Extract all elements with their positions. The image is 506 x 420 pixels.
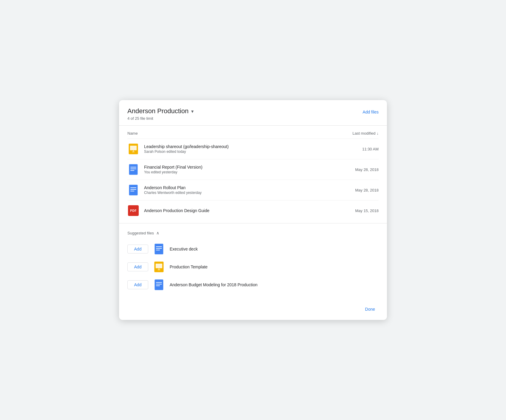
dialog-footer: Done	[119, 301, 387, 320]
file-icon-pdf: PDF	[127, 205, 139, 217]
svg-rect-21	[156, 282, 162, 283]
modified-label: Last modified	[352, 131, 375, 136]
svg-rect-23	[156, 285, 160, 286]
section-divider	[119, 223, 387, 223]
svg-rect-17	[156, 264, 162, 268]
svg-rect-22	[156, 284, 162, 284]
file-list-section: Name Last modified ↓ Leadership shareout…	[119, 126, 387, 221]
add-button[interactable]: Add	[127, 262, 148, 271]
svg-rect-14	[156, 248, 162, 249]
svg-rect-2	[132, 152, 135, 152]
modified-column-header: Last modified ↓	[352, 131, 379, 136]
suggested-file-name: Executive deck	[170, 247, 198, 251]
done-button[interactable]: Done	[362, 304, 379, 314]
file-meta: You edited yesterday	[144, 170, 340, 174]
file-item[interactable]: Leadership shareout (go/leadership-share…	[127, 139, 379, 159]
suggested-section: Suggested files ∧ Add Executive deck Add	[119, 226, 387, 301]
dialog-title: Anderson Production ▼	[127, 107, 194, 115]
file-icon-docs	[127, 184, 139, 196]
suggested-item: Add Production Template	[127, 258, 379, 276]
svg-rect-11	[130, 191, 134, 191]
file-modified: May 28, 2018	[340, 167, 379, 172]
file-icon-docs	[153, 243, 165, 255]
column-headers: Name Last modified ↓	[127, 126, 379, 139]
file-limit-subtitle: 4 of 25 file limit	[127, 116, 194, 121]
file-modified: May 15, 2018	[340, 209, 379, 213]
svg-rect-6	[130, 169, 136, 169]
file-name: Financial Report (Final Version)	[144, 165, 340, 169]
svg-rect-13	[156, 246, 162, 247]
suggested-file-name: Production Template	[170, 265, 207, 269]
file-item[interactable]: Anderson Rollout Plan Charles Wentworth …	[127, 180, 379, 200]
file-meta: Sarah Polson edited today	[144, 150, 340, 154]
pdf-icon: PDF	[128, 205, 139, 216]
name-column-header: Name	[127, 131, 138, 136]
svg-rect-8	[129, 185, 138, 195]
svg-rect-9	[130, 187, 136, 188]
svg-rect-20	[155, 279, 163, 290]
file-item[interactable]: Financial Report (Final Version) You edi…	[127, 159, 379, 180]
file-info: Leadership shareout (go/leadership-share…	[144, 144, 340, 154]
file-name: Leadership shareout (go/leadership-share…	[144, 144, 340, 149]
svg-rect-19	[159, 268, 159, 269]
suggested-file-name: Anderson Budget Modeling for 2018 Produc…	[170, 282, 257, 287]
title-text: Anderson Production	[127, 107, 188, 115]
sort-arrow-icon[interactable]: ↓	[377, 131, 379, 136]
file-info: Anderson Production Design Guide	[144, 208, 340, 213]
add-button[interactable]: Add	[127, 245, 148, 253]
dropdown-arrow-icon[interactable]: ▼	[190, 109, 194, 114]
file-modified: 11:30 AM	[340, 147, 379, 151]
svg-rect-5	[130, 167, 136, 167]
svg-rect-18	[158, 270, 160, 270]
file-icon-docs	[153, 279, 165, 291]
file-icon-slides	[153, 261, 165, 273]
svg-rect-7	[130, 170, 134, 171]
file-icon-slides	[127, 143, 139, 155]
add-button[interactable]: Add	[127, 280, 148, 289]
file-icon-docs	[127, 164, 139, 175]
file-info: Financial Report (Final Version) You edi…	[144, 165, 340, 174]
file-info: Anderson Rollout Plan Charles Wentworth …	[144, 185, 340, 195]
file-meta: Charles Wentworth edited yesterday	[144, 191, 340, 195]
dialog-header: Anderson Production ▼ 4 of 25 file limit…	[119, 100, 387, 126]
svg-rect-1	[130, 146, 137, 150]
collapse-icon[interactable]: ∧	[156, 231, 159, 235]
svg-rect-3	[133, 150, 134, 151]
suggested-title: Suggested files	[127, 231, 154, 235]
file-modified: May 28, 2018	[340, 188, 379, 192]
svg-rect-15	[156, 250, 160, 250]
file-item[interactable]: PDF Anderson Production Design Guide May…	[127, 200, 379, 221]
main-dialog: Anderson Production ▼ 4 of 25 file limit…	[119, 100, 387, 320]
svg-rect-12	[155, 244, 163, 254]
file-name: Anderson Rollout Plan	[144, 185, 340, 190]
header-left: Anderson Production ▼ 4 of 25 file limit	[127, 107, 194, 121]
suggested-item: Add Executive deck	[127, 240, 379, 258]
svg-rect-4	[129, 164, 138, 175]
file-name: Anderson Production Design Guide	[144, 208, 340, 213]
suggested-item: Add Anderson Budget Modeling for 2018 Pr…	[127, 276, 379, 294]
suggested-header: Suggested files ∧	[127, 231, 379, 235]
add-files-button[interactable]: Add files	[363, 108, 379, 116]
svg-rect-10	[130, 189, 136, 190]
